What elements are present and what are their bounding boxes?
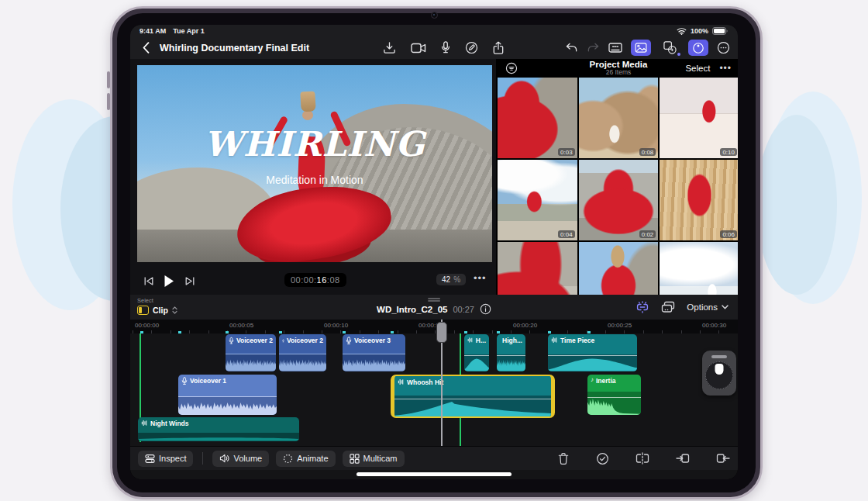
speaker-icon xyxy=(219,454,229,463)
media-panel-header: Project Media 26 Items Select ••• xyxy=(498,59,738,78)
media-thumbnail[interactable]: 0:06 xyxy=(660,160,738,240)
clip-info-block[interactable]: WD_Intro_C2_05 00:27 xyxy=(377,296,491,315)
media-browser-button[interactable] xyxy=(631,40,651,56)
chevron-down-icon xyxy=(722,305,728,309)
clip-select-mode-button[interactable]: Clip xyxy=(137,306,177,315)
animate-icon xyxy=(283,454,293,464)
media-more-button[interactable]: ••• xyxy=(719,63,732,74)
share-icon[interactable] xyxy=(493,41,504,54)
mic-icon xyxy=(282,337,284,345)
multicam-grid-icon xyxy=(350,454,360,464)
split-clip-icon xyxy=(636,452,649,465)
ruler-label: 00:00:25 xyxy=(608,322,632,329)
timeline-clip-voiceover2[interactable]: Voiceover 2 xyxy=(226,334,276,371)
skip-to-end-button[interactable] xyxy=(184,276,195,286)
page-background: 9:41 AM Tue Apr 1 100% Whirling Document… xyxy=(0,0,868,501)
connect-clips-icon[interactable] xyxy=(636,301,649,313)
multicam-button[interactable]: Multicam xyxy=(343,451,405,467)
timeline-clip-high[interactable]: High... xyxy=(497,334,525,371)
jog-wheel-dial[interactable] xyxy=(705,361,733,389)
transport-bar: 00:00:16:08 42% ••• xyxy=(130,268,496,295)
more-options-icon[interactable] xyxy=(717,41,730,54)
enable-clip-button[interactable] xyxy=(596,452,609,465)
wifi-icon xyxy=(677,27,687,35)
viewer-more-button[interactable]: ••• xyxy=(474,272,487,284)
effects-button[interactable] xyxy=(660,40,680,56)
timeline-clip-whoosh-hit-selected[interactable]: Whoosh Hit xyxy=(391,375,555,418)
split-clip-button[interactable] xyxy=(636,452,649,465)
media-thumbnail[interactable]: 0:04 xyxy=(498,160,577,240)
play-button[interactable] xyxy=(164,275,174,288)
animate-button[interactable]: Animate xyxy=(276,451,335,467)
titles-icon[interactable] xyxy=(608,42,622,54)
mic-icon xyxy=(181,377,188,385)
volume-down-button xyxy=(107,93,110,110)
mic-icon xyxy=(346,337,352,345)
media-thumbnail[interactable] xyxy=(579,242,659,295)
options-button[interactable]: Options xyxy=(687,302,728,312)
record-video-icon[interactable] xyxy=(411,43,426,54)
timeline-ruler: 00:00:00 00:00:05 00:00:10 00:00:15 00:0… xyxy=(130,320,738,333)
media-thumbnail[interactable] xyxy=(660,242,738,295)
ruler-label: 00:00:00 xyxy=(135,322,159,329)
clip-select-icon xyxy=(137,306,149,315)
select-mode-label: Select xyxy=(137,297,177,304)
timeline-clip-night-winds[interactable]: Night Winds xyxy=(138,417,299,441)
insert-button[interactable] xyxy=(716,452,730,465)
playhead-handle[interactable] xyxy=(436,322,447,343)
media-thumbnail[interactable] xyxy=(498,242,577,295)
zoom-level-button[interactable]: 42% xyxy=(436,274,466,285)
import-icon[interactable] xyxy=(383,41,396,54)
battery-percent: 100% xyxy=(691,27,708,35)
volume-tool-button[interactable]: Volume xyxy=(212,451,269,467)
front-camera xyxy=(431,12,438,19)
undo-icon[interactable] xyxy=(565,42,578,54)
clip-info-handle[interactable] xyxy=(428,298,440,299)
skip-to-start-button[interactable] xyxy=(143,276,154,286)
top-chrome: 9:41 AM Tue Apr 1 100% Whirling Document… xyxy=(130,25,738,60)
timeline-clip-voiceover3[interactable]: Voiceover 3 xyxy=(343,334,405,371)
background-glow-right-inner xyxy=(756,115,837,295)
thumbnail-duration: 0:03 xyxy=(558,148,575,156)
timeline-clip-time-piece[interactable]: Time Piece xyxy=(548,334,637,371)
timeline-bottom-toolbar: Inspect Volume Animate Multicam xyxy=(130,446,738,470)
jog-wheel-handle[interactable] xyxy=(711,355,727,358)
project-media-panel: Project Media 26 Items Select ••• 0:03 0… xyxy=(496,59,738,295)
media-thumbnail[interactable]: 0:03 xyxy=(498,78,577,158)
clip-info-icon[interactable] xyxy=(480,303,491,315)
media-browser-icon xyxy=(635,43,647,53)
timeline-clip-voiceover1[interactable]: Voiceover 1 xyxy=(178,375,277,415)
thumbnail-duration: 0:06 xyxy=(720,230,737,238)
timeline-clip-voiceover2b[interactable]: Voiceover 2 xyxy=(279,334,326,371)
status-date: Tue Apr 1 xyxy=(173,27,205,35)
filter-icon[interactable] xyxy=(505,62,518,74)
home-indicator[interactable] xyxy=(356,472,512,476)
jog-wheel-toggle-button[interactable] xyxy=(688,40,708,56)
annotate-icon[interactable] xyxy=(465,41,478,54)
overlay-clip-icon[interactable] xyxy=(661,301,675,313)
thumbnail-duration: 0:02 xyxy=(639,230,656,238)
timeline-clip-h[interactable]: H... xyxy=(464,334,489,371)
ruler-label: 00:00:30 xyxy=(702,322,726,329)
video-subtitle-overlay: Meditation in Motion xyxy=(137,174,492,186)
effects-icon xyxy=(663,41,677,54)
check-circle-icon xyxy=(596,452,609,465)
record-audio-icon[interactable] xyxy=(441,41,450,54)
overwrite-button[interactable] xyxy=(676,452,690,465)
app-screen: 9:41 AM Tue Apr 1 100% Whirling Document… xyxy=(130,25,738,479)
timeline-tracks: Voiceover 2 Voiceover 2 Voiceover 3 H... xyxy=(130,333,738,446)
timecode-display[interactable]: 00:00:16:08 xyxy=(284,273,346,287)
ruler-label: 00:00:05 xyxy=(229,322,253,329)
inspect-button[interactable]: Inspect xyxy=(138,451,193,467)
back-icon[interactable] xyxy=(143,42,150,54)
media-thumbnail[interactable]: 0:10 xyxy=(660,78,738,158)
redo-icon[interactable] xyxy=(587,42,600,54)
jog-wheel[interactable] xyxy=(702,351,736,396)
main-toolbar: Whirling Documentary Final Edit xyxy=(130,36,738,59)
media-thumbnail[interactable]: 0:02 xyxy=(579,160,659,240)
timeline-clip-inertia[interactable]: ♪Inertia xyxy=(587,375,641,415)
media-select-button[interactable]: Select xyxy=(685,64,710,73)
media-thumbnail[interactable]: 0:08 xyxy=(579,78,659,158)
delete-button[interactable] xyxy=(557,452,570,465)
waveform-icon xyxy=(398,378,405,385)
